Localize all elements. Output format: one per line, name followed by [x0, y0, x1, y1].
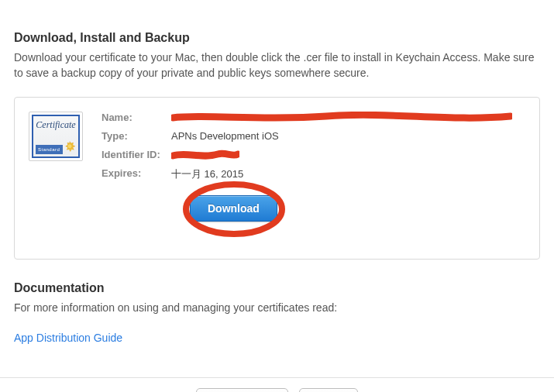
expires-label: Expires:: [102, 167, 171, 179]
identifier-label: Identifier ID:: [102, 149, 171, 160]
certificate-icon-bar-text: Standard: [36, 145, 63, 154]
meta-row-name: Name:: [102, 112, 525, 124]
meta-row-identifier: Identifier ID:: [102, 149, 525, 161]
name-value: [171, 112, 525, 124]
documentation-body: For more information on using and managi…: [14, 300, 540, 315]
certificate-panel: Certificate Standard Name:: [14, 97, 540, 260]
documentation-title: Documentation: [14, 281, 540, 295]
section-body: Download your certificate to your Mac, t…: [14, 50, 540, 81]
certificate-icon: Certificate Standard: [29, 112, 83, 161]
section-title: Download, Install and Backup: [14, 31, 540, 45]
type-value: APNs Development iOS: [171, 130, 525, 143]
app-distribution-guide-link[interactable]: App Distribution Guide: [14, 332, 122, 344]
download-button[interactable]: Download: [190, 195, 277, 222]
certificate-meta: Name: Type: APNs Development iOS Identif…: [102, 112, 525, 222]
footer-bar: Add Another Done: [0, 377, 554, 392]
identifier-value: [171, 149, 525, 161]
redaction-mark-icon: [171, 150, 239, 160]
name-label: Name:: [102, 112, 171, 123]
certificate-icon-script: Certificate: [33, 119, 78, 131]
meta-row-expires: Expires: 十一月 16, 2015: [102, 167, 525, 181]
meta-row-type: Type: APNs Development iOS: [102, 130, 525, 143]
type-label: Type:: [102, 130, 171, 142]
seal-icon: [63, 141, 77, 155]
svg-point-1: [67, 143, 72, 148]
done-button[interactable]: Done: [299, 388, 357, 392]
add-another-button[interactable]: Add Another: [196, 388, 288, 392]
expires-value: 十一月 16, 2015: [171, 167, 525, 181]
redaction-mark-icon: [171, 112, 512, 122]
